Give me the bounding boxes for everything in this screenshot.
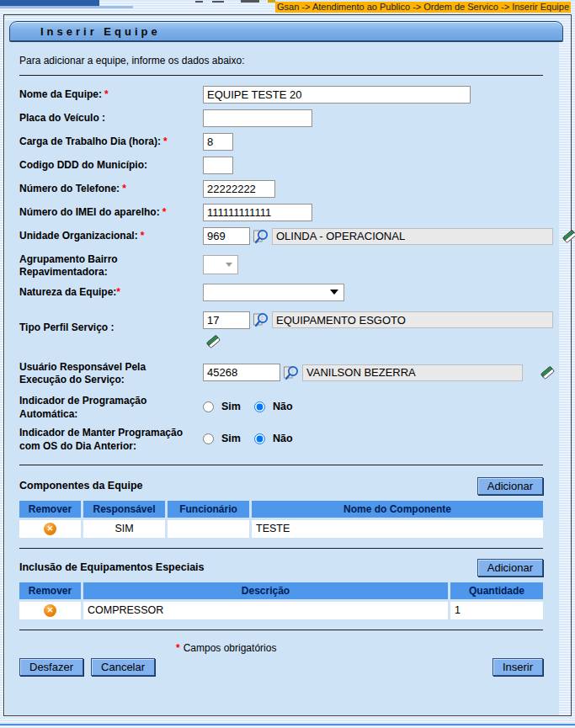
page-title: Inserir Equipe: [9, 21, 563, 42]
remove-icon[interactable]: [44, 604, 56, 617]
codigo-ddd-label: Codigo DDD do Município:: [19, 159, 147, 171]
cutoff-text-artifact: [268, 0, 275, 3]
componentes-title: Componentes da Equipe: [19, 480, 143, 492]
divider: [19, 548, 543, 549]
tipo-perfil-code-input[interactable]: [203, 311, 250, 329]
field-agrupamento-bairro: Agrupamento Bairro Repavimentadora:: [19, 251, 545, 279]
cutoff-text-artifact: [241, 0, 259, 3]
manter-prog-sim-label: Sim: [221, 433, 241, 444]
action-buttons: Desfazer Cancelar Inserir: [19, 658, 543, 676]
field-usuario-responsavel: Usuário Responsável Pela Execução do Ser…: [19, 359, 545, 387]
required-asterisk: *: [122, 183, 126, 194]
eraser-icon[interactable]: [561, 228, 575, 245]
search-icon[interactable]: [253, 311, 269, 328]
cutoff-text-artifact: [195, 1, 203, 3]
chevron-down-icon: [226, 263, 232, 267]
equipamentos-title: Inclusão de Equipamentos Especiais: [19, 561, 205, 573]
field-indicador-programacao: Indicador de Programação Automática: Sim…: [19, 392, 545, 421]
unidade-label: Unidade Organizacional:: [19, 230, 138, 242]
adicionar-equipamento-button[interactable]: Adicionar: [477, 559, 543, 577]
table-row-cell-nome-componente: TESTE: [252, 520, 543, 538]
componentes-table: Remover Responsável Funcionário Nome do …: [19, 501, 543, 538]
usuario-code-input[interactable]: [203, 364, 280, 381]
unidade-descricao: OLINDA - OPERACIONAL: [272, 228, 553, 245]
field-unidade-organizacional: Unidade Organizacional:* OLINDA - OPERAC…: [19, 227, 545, 245]
top-toolbar-fragment: [0, 0, 99, 6]
field-placa-veiculo: Placa do Veículo :: [19, 109, 545, 127]
remove-icon[interactable]: [44, 523, 56, 535]
nome-equipe-input[interactable]: [203, 86, 471, 104]
required-asterisk: *: [162, 206, 167, 218]
cutoff-text-artifact: [212, 1, 224, 3]
table-row-cell-descricao: COMPRESSOR: [83, 602, 448, 619]
agrupamento-label: Agrupamento Bairro Repavimentadora:: [19, 253, 118, 278]
field-imei: Número do IMEI do aparelho:*: [19, 204, 545, 221]
col-header-funcionario: Funcionário: [168, 501, 249, 518]
indicador-programacao-label: Indicador de Programação Automática:: [19, 395, 146, 419]
col-header-responsavel: Responsável: [83, 501, 165, 518]
natureza-select[interactable]: [203, 284, 344, 301]
top-toolbar-fragment-light: [0, 6, 133, 8]
usuario-label: Usuário Responsável Pela Execução do Ser…: [19, 361, 146, 385]
table-row-cell-funcionario: [168, 520, 249, 538]
carga-trabalho-label: Carga de Trabalho Dia (hora):: [19, 136, 161, 147]
adicionar-componente-button[interactable]: Adicionar: [477, 477, 543, 495]
col-header-remover: Remover: [19, 582, 81, 599]
placa-veiculo-label: Placa do Veículo :: [19, 112, 105, 124]
search-icon[interactable]: [283, 364, 300, 381]
equipamentos-table: Remover Descrição Quantidade COMPRESSOR …: [19, 582, 543, 619]
desfazer-button[interactable]: Desfazer: [19, 658, 83, 676]
nome-equipe-label: Nome da Equipe:: [19, 88, 102, 100]
prog-auto-nao-radio[interactable]: [254, 401, 265, 412]
imei-input[interactable]: [203, 204, 312, 221]
equipamentos-section-header: Inclusão de Equipamentos Especiais Adici…: [19, 559, 543, 577]
prog-auto-sim-label: Sim: [221, 401, 241, 412]
placa-veiculo-input[interactable]: [203, 109, 312, 127]
field-natureza-equipe: Natureza da Equipe:*: [19, 284, 545, 301]
carga-trabalho-input[interactable]: [203, 133, 233, 151]
col-header-quantidade: Quantidade: [450, 582, 543, 599]
table-row-cell-responsavel: SIM: [83, 520, 165, 538]
eraser-icon[interactable]: [539, 364, 556, 381]
usuario-descricao: VANILSON BEZERRA: [302, 364, 523, 381]
componentes-section-header: Componentes da Equipe Adicionar: [19, 477, 543, 495]
unidade-code-input[interactable]: [203, 227, 250, 245]
divider: [19, 630, 543, 630]
agrupamento-select[interactable]: [203, 255, 238, 274]
inserir-button[interactable]: Inserir: [492, 658, 543, 676]
bottom-blue-line: [0, 724, 575, 725]
manter-prog-nao-label: Não: [273, 433, 293, 444]
page-panel: Inserir Equipe Para adicionar a equipe, …: [3, 14, 572, 716]
eraser-icon[interactable]: [205, 333, 221, 350]
field-codigo-ddd: Codigo DDD do Município:: [19, 157, 545, 174]
required-asterisk: *: [163, 136, 168, 147]
prog-auto-nao-label: Não: [273, 401, 293, 412]
codigo-ddd-input[interactable]: [203, 157, 233, 174]
imei-label: Número do IMEI do aparelho:: [19, 206, 160, 218]
prog-auto-sim-radio[interactable]: [203, 401, 214, 412]
manter-prog-nao-radio[interactable]: [254, 433, 265, 444]
table-row-cell-remover: [19, 520, 81, 538]
col-header-remover: Remover: [19, 501, 81, 518]
tipo-perfil-label: Tipo Perfil Serviço :: [19, 321, 114, 333]
field-carga-trabalho: Carga de Trabalho Dia (hora):*: [19, 133, 545, 151]
divider: [19, 465, 543, 465]
required-asterisk: *: [116, 286, 120, 298]
chevron-down-icon: [330, 290, 338, 295]
cancelar-button[interactable]: Cancelar: [91, 658, 155, 676]
col-header-nome-componente: Nome do Componente: [252, 501, 543, 518]
field-nome-da-equipe: Nome da Equipe:*: [19, 86, 545, 104]
telefone-label: Número do Telefone:: [19, 183, 120, 194]
field-telefone: Número do Telefone:*: [19, 180, 545, 198]
field-indicador-manter: Indicador de Manter Programação com OS d…: [19, 424, 545, 453]
panel-top-stripes: [4, 15, 571, 20]
indicador-manter-label: Indicador de Manter Programação com OS d…: [19, 427, 183, 451]
breadcrumb: Gsan -> Atendimento ao Publico -> Ordem …: [275, 2, 571, 13]
search-icon[interactable]: [253, 228, 269, 245]
intro-text: Para adicionar a equipe, informe os dado…: [19, 55, 545, 66]
required-asterisk: *: [141, 230, 145, 242]
tipo-perfil-descricao: EQUIPAMENTO ESGOTO: [272, 311, 553, 328]
telefone-input[interactable]: [203, 180, 275, 198]
manter-prog-sim-radio[interactable]: [203, 433, 214, 444]
required-fields-note: *Campos obrigatórios: [176, 642, 545, 654]
